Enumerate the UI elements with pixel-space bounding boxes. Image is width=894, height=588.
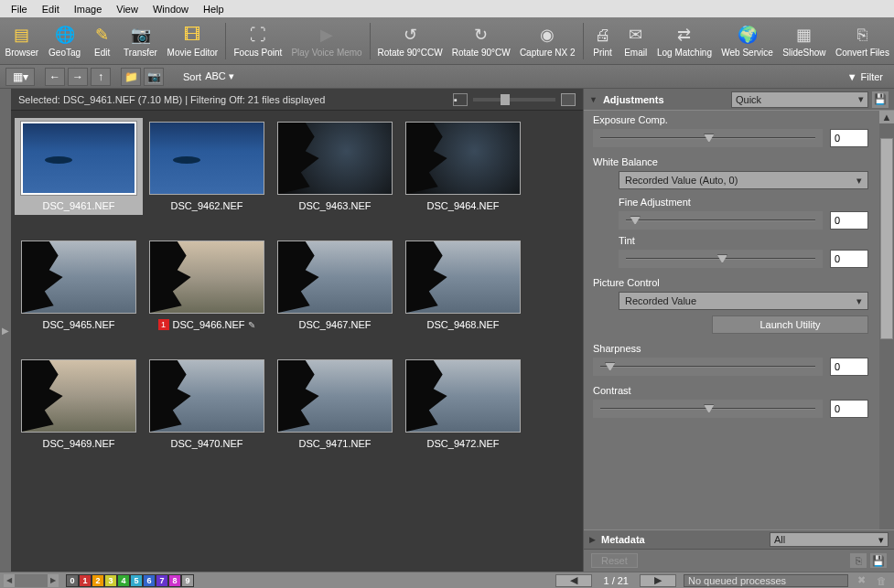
convert-files-tool[interactable]: ⎘Convert Files <box>831 18 894 64</box>
sharpness-label: Sharpness <box>593 343 868 354</box>
label-2[interactable]: 2 <box>92 574 104 587</box>
thumbnail[interactable]: DSC_9472.NEF <box>399 356 527 453</box>
menu-help[interactable]: Help <box>196 2 232 16</box>
nav-up-button[interactable]: ↑ <box>91 68 111 86</box>
transfer-tool[interactable]: 📷Transfer <box>119 18 163 64</box>
next-page-button[interactable]: ▶ <box>640 574 676 587</box>
exposure-slider[interactable] <box>593 129 823 147</box>
wb-preset-select[interactable]: Recorded Value (Auto, 0)▾ <box>619 171 868 189</box>
view-mode-button[interactable]: ▦▾ <box>5 68 35 86</box>
camera-button[interactable]: 📷 <box>144 68 164 86</box>
adjustments-preset-select[interactable]: Quick▾ <box>731 91 868 108</box>
zoom-thumb[interactable] <box>501 94 510 105</box>
tint-slider[interactable] <box>619 250 823 268</box>
thumbnail[interactable]: DSC_9462.NEF <box>143 118 271 215</box>
left-panel-handle[interactable]: ▶ <box>0 89 11 572</box>
thumbnail[interactable]: DSC_9461.NEF <box>15 118 143 215</box>
pencil-icon: ✎ <box>92 24 113 46</box>
rotate-ccw-tool[interactable]: ↺Rotate 90°CCW <box>373 18 447 64</box>
nav-back-button[interactable]: ← <box>45 68 65 86</box>
tint-value[interactable]: 0 <box>830 250 868 268</box>
separator <box>225 23 226 59</box>
label-3[interactable]: 3 <box>104 574 117 587</box>
menu-file[interactable]: File <box>4 2 35 16</box>
match-icon: ⇄ <box>673 24 695 46</box>
sort-bar: ▦▾ ← → ↑ 📁 📷 Sort ABC ▾ ▼ Filter <box>0 65 894 89</box>
label-5[interactable]: 5 <box>130 574 143 587</box>
filter-button[interactable]: ▼ Filter <box>842 69 889 84</box>
thumbnail[interactable]: DSC_9468.NEF <box>399 237 527 334</box>
label-0[interactable]: 0 <box>66 574 79 587</box>
view-mode-icon-1[interactable]: ▪ <box>453 93 468 106</box>
thumbnail[interactable]: DSC_9470.NEF <box>143 356 271 453</box>
menu-window[interactable]: Window <box>145 2 196 16</box>
save-adjustments-icon[interactable]: 💾 <box>872 91 889 108</box>
folder-button[interactable]: 📁 <box>121 68 141 86</box>
launch-utility-button[interactable]: Launch Utility <box>712 315 868 334</box>
print-tool[interactable]: 🖨Print <box>587 18 619 64</box>
contrast-slider[interactable] <box>593 400 823 418</box>
thumbnail[interactable]: DSC_9463.NEF <box>271 118 399 215</box>
scroll-thumb[interactable] <box>880 138 893 339</box>
rotate-ccw-icon: ↺ <box>399 24 421 46</box>
rotate-cw-tool[interactable]: ↻Rotate 90°CW <box>447 18 515 64</box>
adjustments-header[interactable]: ▼ Adjustments Quick▾ 💾 <box>584 89 894 111</box>
thumbnail[interactable]: DSC_9465.NEF <box>15 237 143 334</box>
delete-icon[interactable]: 🗑 <box>874 574 889 587</box>
h-scrollbar[interactable]: ◀ ▶ <box>4 574 59 587</box>
scroll-up-icon[interactable]: ▲ <box>879 111 894 123</box>
fine-value[interactable]: 0 <box>830 211 868 230</box>
browser-tool[interactable]: ▤Browser <box>0 18 44 64</box>
sharpness-value[interactable]: 0 <box>830 358 868 376</box>
chevron-down-icon: ▾ <box>856 175 862 187</box>
prev-page-button[interactable]: ◀ <box>555 574 592 587</box>
label-4[interactable]: 4 <box>117 574 130 587</box>
queue-status[interactable]: No queued processes <box>684 574 848 587</box>
scroll-right-icon[interactable]: ▶ <box>48 574 59 587</box>
wb-label: White Balance <box>593 156 868 167</box>
scroll-left-icon[interactable]: ◀ <box>4 574 15 587</box>
reset-button[interactable]: Reset <box>591 553 638 568</box>
save-metadata-icon[interactable]: 💾 <box>870 553 887 568</box>
thumbnail[interactable]: DSC_9464.NEF <box>399 118 527 215</box>
sharpness-slider[interactable] <box>593 358 823 376</box>
panel-scrollbar[interactable]: ▲ <box>879 111 894 529</box>
exposure-value[interactable]: 0 <box>830 129 868 147</box>
cancel-queue-icon[interactable]: ✖ <box>854 574 868 587</box>
label-1[interactable]: 1 <box>79 574 92 587</box>
thumbnail[interactable]: DSC_9467.NEF <box>271 237 399 334</box>
nav-forward-button[interactable]: → <box>68 68 88 86</box>
bottom-bar: ◀ ▶ 0123456789 ◀ 1 / 21 ▶ No queued proc… <box>0 572 894 588</box>
thumbnail[interactable]: DSC_9469.NEF <box>15 356 143 453</box>
metadata-header[interactable]: ▶ Metadata All▾ <box>584 529 894 550</box>
slideshow-tool[interactable]: ▦SlideShow <box>778 18 831 64</box>
email-tool[interactable]: ✉Email <box>619 18 652 64</box>
contrast-value[interactable]: 0 <box>830 400 868 418</box>
focus-point-tool[interactable]: ⛶Focus Point <box>229 18 286 64</box>
edit-tool[interactable]: ✎Edit <box>86 18 119 64</box>
capture-nx2-tool[interactable]: ◉Capture NX 2 <box>515 18 580 64</box>
exposure-section: Exposure Comp. 0 <box>593 114 868 147</box>
adjustments-title: Adjustments <box>603 94 664 105</box>
menu-view[interactable]: View <box>109 2 145 16</box>
pc-preset-select[interactable]: Recorded Value▾ <box>619 292 868 310</box>
label-6[interactable]: 6 <box>143 574 156 587</box>
label-8[interactable]: 8 <box>168 574 181 587</box>
thumbnail[interactable]: 1DSC_9466.NEF✎ <box>143 237 271 334</box>
copy-metadata-icon[interactable]: ⎘ <box>850 553 867 568</box>
label-9[interactable]: 9 <box>181 574 194 587</box>
view-mode-icon-2[interactable] <box>561 93 576 106</box>
label-7[interactable]: 7 <box>156 574 168 587</box>
thumbnail[interactable]: DSC_9471.NEF <box>271 356 399 453</box>
film-icon: 🎞 <box>181 24 203 46</box>
sort-key-button[interactable]: ABC ▾ <box>205 70 234 82</box>
web-service-tool[interactable]: 🌍Web Service <box>716 18 778 64</box>
thumb-zoom-slider[interactable] <box>473 98 555 102</box>
menu-edit[interactable]: Edit <box>35 2 67 16</box>
geotag-tool[interactable]: 🌐GeoTag <box>44 18 86 64</box>
fine-slider[interactable] <box>619 211 823 230</box>
menu-image[interactable]: Image <box>67 2 110 16</box>
movie-editor-tool[interactable]: 🎞Movie Editor <box>162 18 222 64</box>
metadata-preset-select[interactable]: All▾ <box>770 532 889 547</box>
log-matching-tool[interactable]: ⇄Log Matching <box>652 18 716 64</box>
